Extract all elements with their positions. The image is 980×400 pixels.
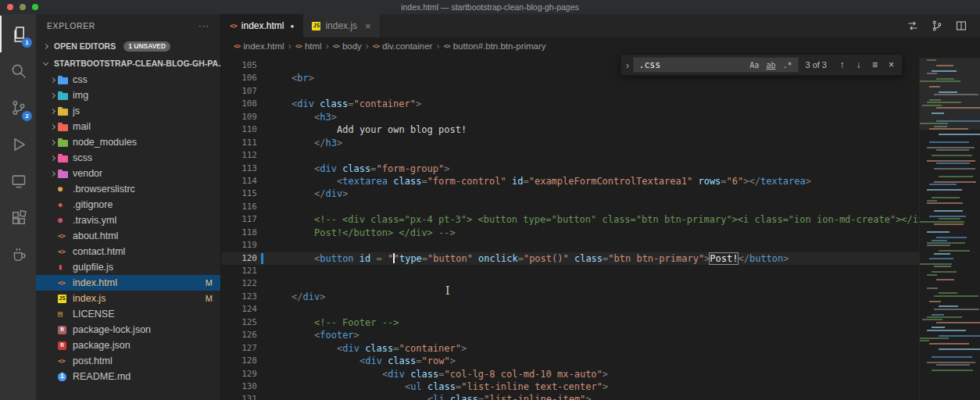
explorer-title: EXPLORER — [47, 21, 95, 30]
project-root-folder[interactable]: STARTBOOTSTRAP-CLEAN-BLOG-GH-PA... — [36, 55, 220, 72]
minimap-line — [934, 94, 978, 95]
tree-file-gulpfile-js[interactable]: ▮gulpfile.js — [36, 259, 220, 275]
zoom-window-button[interactable] — [32, 4, 38, 10]
code-line-121[interactable]: 121 — [221, 265, 919, 277]
file-label: css — [73, 74, 88, 85]
tree-file-index-js[interactable]: JSindex.jsM — [36, 291, 220, 306]
source-control-compare-icon[interactable] — [931, 20, 943, 32]
tree-file-package-json[interactable]: npackage.json — [36, 338, 220, 353]
code-line-118[interactable]: 118Post!</button> </div> --> — [221, 227, 919, 239]
tree-folder-mail[interactable]: mail — [36, 119, 220, 134]
code-line-131[interactable]: 131<li class="list-inline-item"> — [221, 393, 919, 400]
whole-word-toggle[interactable]: ab — [764, 61, 777, 70]
open-editors-section[interactable]: OPEN EDITORS 1 UNSAVED — [36, 38, 220, 55]
tree-folder-node-modules[interactable]: node_modules — [36, 134, 220, 150]
breadcrumb-item-button-btn-btn-primary[interactable]: <>button#.btn.btn-primary — [443, 41, 545, 51]
folder-icon — [58, 76, 73, 84]
previous-match-icon[interactable]: ↑ — [835, 58, 849, 73]
search-icon[interactable] — [0, 52, 36, 89]
tree-folder-img[interactable]: img — [36, 88, 220, 103]
tree-file-browserslistrc[interactable]: ●.browserslistrc — [36, 181, 220, 197]
code-text: <div class="form-group"> — [269, 162, 449, 175]
breadcrumb-item-index-html[interactable]: <>index.html — [234, 41, 284, 51]
remote-explorer-icon[interactable] — [0, 162, 36, 199]
breadcrumb-item-body[interactable]: <>body — [333, 41, 362, 51]
code-line-108[interactable]: 108<div class="container"> — [221, 98, 919, 110]
dot-file-icon: ● — [58, 216, 73, 224]
tree-chevron-box — [48, 141, 58, 145]
find-in-selection-icon[interactable]: ≡ — [867, 58, 882, 73]
find-input[interactable]: .css Aaab.* — [633, 57, 799, 73]
tree-file-readme-md[interactable]: iREADME.md — [36, 369, 220, 384]
tree-folder-js[interactable]: js — [36, 103, 220, 119]
code-line-123[interactable]: 123</div> — [221, 291, 919, 303]
close-window-button[interactable] — [7, 4, 13, 10]
code-line-109[interactable]: 109<h3> — [221, 111, 919, 123]
code-line-127[interactable]: 127<div class="container"> — [221, 342, 919, 355]
next-match-icon[interactable]: ↓ — [851, 58, 866, 73]
open-changes-icon[interactable] — [907, 20, 919, 32]
more-actions-icon[interactable] — [199, 21, 209, 30]
line-number: 119 — [221, 239, 257, 252]
explorer-icon[interactable]: 1 — [0, 16, 36, 52]
code-line-128[interactable]: 128<div class="row"> — [221, 355, 919, 367]
tree-folder-vendor[interactable]: vendor — [36, 166, 220, 181]
code-line-122[interactable]: 122 — [221, 277, 919, 290]
line-number: 115 — [221, 188, 257, 200]
minimap-line — [932, 112, 944, 114]
code-line-125[interactable]: 125<!-- Footer --> — [221, 316, 919, 329]
tree-file-travis-yml[interactable]: ●.travis.yml — [36, 212, 220, 228]
match-case-toggle[interactable]: Aa — [748, 61, 760, 70]
code-line-112[interactable]: 112 — [221, 149, 919, 162]
run-debug-icon[interactable] — [0, 126, 36, 162]
code-line-126[interactable]: 126<footer> — [221, 329, 919, 341]
breadcrumb-item-html[interactable]: <>html — [295, 41, 322, 51]
code-line-129[interactable]: 129<div class="col-lg-8 col-md-10 mx-aut… — [221, 368, 919, 380]
minimap-line — [920, 136, 949, 138]
code-line-111[interactable]: 111</h3> — [221, 137, 919, 149]
toggle-replace-chevron-icon[interactable] — [621, 55, 633, 75]
extensions-icon[interactable] — [0, 199, 36, 236]
tree-file-gitignore[interactable]: ◆.gitignore — [36, 197, 220, 212]
close-tab-icon[interactable]: × — [365, 20, 371, 32]
source-control-icon[interactable]: 2 — [0, 89, 36, 126]
line-number: 118 — [221, 227, 257, 239]
tab-index-js[interactable]: JSindex.js× — [303, 14, 380, 38]
code-line-115[interactable]: 115</div> — [221, 188, 919, 200]
regex-toggle[interactable]: .* — [781, 61, 793, 70]
code-line-113[interactable]: 113<div class="form-group"> — [221, 162, 919, 175]
close-find-icon[interactable]: × — [884, 58, 899, 73]
split-editor-icon[interactable] — [955, 20, 967, 32]
tree-file-post-html[interactable]: <>post.html — [36, 353, 220, 369]
tree-file-contact-html[interactable]: <>contact.html — [36, 244, 220, 259]
tab-index-html[interactable]: <>index.html● — [221, 14, 303, 38]
minimap-line — [927, 157, 950, 159]
tree-file-index-html[interactable]: <>index.htmlM — [36, 275, 220, 291]
tree-folder-scss[interactable]: scss — [36, 150, 220, 166]
line-number: 111 — [221, 137, 257, 149]
breadcrumb-item-div-container[interactable]: <>div.container — [373, 41, 433, 51]
code-line-117[interactable]: 117<!-- <div class="px-4 pt-3"> <button … — [221, 213, 919, 226]
line-number: 130 — [221, 380, 257, 393]
code-line-120[interactable]: 120<button id = ""type="button" onclick=… — [221, 252, 919, 265]
code-line-116[interactable]: 116 — [221, 201, 919, 213]
minimap-line — [934, 266, 951, 267]
tree-file-about-html[interactable]: <>about.html — [36, 228, 220, 244]
code-line-130[interactable]: 130<ul class="list-inline text-center"> — [221, 380, 919, 393]
code-line-119[interactable]: 119 — [221, 239, 919, 252]
tree-file-package-lock-json[interactable]: npackage-lock.json — [36, 322, 220, 338]
code-line-124[interactable]: 124 — [221, 303, 919, 316]
minimize-window-button[interactable] — [20, 4, 26, 10]
code-line-114[interactable]: 114<textarea class="form-control" id="ex… — [221, 175, 919, 188]
code-line-107[interactable]: 107 — [221, 85, 919, 98]
file-label: vendor — [73, 168, 102, 179]
code-editor[interactable]: 105106<br>107108<div class="container">1… — [221, 55, 919, 400]
unsaved-badge: 1 UNSAVED — [123, 41, 170, 52]
code-line-110[interactable]: 110Add your own blog post! — [221, 123, 919, 136]
jupyter-icon[interactable] — [0, 236, 36, 273]
tree-file-license[interactable]: ▤LICENSE — [36, 306, 220, 322]
minimap[interactable] — [919, 55, 980, 400]
minimap-line — [927, 102, 961, 103]
tree-chevron-box — [48, 125, 58, 129]
tree-folder-css[interactable]: css — [36, 72, 220, 88]
